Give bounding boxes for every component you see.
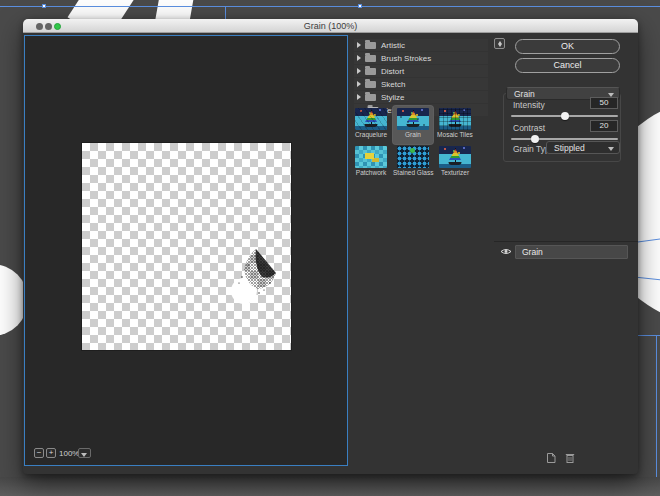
- intensity-slider[interactable]: [511, 112, 618, 120]
- chevron-down-icon: [608, 147, 614, 151]
- grain-type-dropdown[interactable]: Stippled: [546, 141, 620, 154]
- vector-path-line: [225, 6, 226, 19]
- transparency-checkerboard: [82, 143, 291, 350]
- contrast-label: Contrast: [513, 123, 545, 133]
- category-brush-strokes[interactable]: Brush Strokes: [354, 52, 488, 64]
- intensity-value[interactable]: 50: [590, 97, 618, 109]
- ok-button[interactable]: OK: [515, 39, 620, 54]
- filter-thumb-stained-glass[interactable]: Stained Glass: [393, 144, 433, 182]
- photoshop-canvas: Grain (100%): [0, 0, 660, 496]
- collapsed-caret-icon[interactable]: [357, 81, 361, 87]
- zoom-in-button[interactable]: +: [46, 448, 56, 458]
- collapsed-caret-icon[interactable]: [357, 68, 361, 74]
- delete-effect-layer-button[interactable]: [564, 452, 576, 464]
- contrast-value[interactable]: 20: [590, 120, 618, 132]
- filter-thumb-grain[interactable]: Grain: [393, 106, 433, 144]
- grain-thumbnail-image: [397, 108, 429, 130]
- collapsed-caret-icon[interactable]: [357, 94, 361, 100]
- intensity-slider-thumb[interactable]: [561, 112, 569, 120]
- effect-layer-row[interactable]: Grain: [515, 245, 628, 259]
- folder-icon: [365, 68, 376, 75]
- filter-thumb-patchwork[interactable]: Patchwork: [351, 144, 391, 182]
- path-anchor-point[interactable]: [358, 4, 362, 8]
- folder-icon: [365, 81, 376, 88]
- folder-icon: [365, 55, 376, 62]
- layer-visibility-eye-icon[interactable]: [500, 247, 512, 256]
- filter-gallery-dialog: Grain (100%): [23, 19, 638, 474]
- texturizer-thumbnail-image: [439, 146, 471, 168]
- collapsed-caret-icon[interactable]: [357, 42, 361, 48]
- filter-thumb-mosaic-tiles[interactable]: Mosaic Tiles: [435, 106, 475, 144]
- canvas-bottom-area: [0, 477, 660, 496]
- vector-path-line: [656, 335, 657, 477]
- path-anchor-point[interactable]: [42, 4, 46, 8]
- vector-path-line: [0, 6, 660, 7]
- filter-thumb-craquelure[interactable]: Craquelure: [351, 106, 391, 144]
- cancel-button[interactable]: Cancel: [515, 58, 620, 73]
- category-distort[interactable]: Distort: [354, 65, 488, 77]
- filter-preview-panel[interactable]: − + 100%: [24, 35, 348, 466]
- dialog-titlebar[interactable]: Grain (100%): [23, 19, 638, 33]
- new-effect-layer-button[interactable]: [545, 452, 557, 464]
- collapsed-caret-icon[interactable]: [357, 55, 361, 61]
- zoom-level-value: 100%: [59, 449, 79, 458]
- preview-zoom-controls: − + 100%: [25, 443, 347, 465]
- intensity-label: Intensity: [513, 100, 545, 110]
- folder-icon: [365, 42, 376, 49]
- patchwork-thumbnail-image: [355, 146, 387, 168]
- craquelure-thumbnail-image: [355, 108, 387, 130]
- stained-glass-thumbnail-image: [397, 146, 429, 168]
- contrast-slider-thumb[interactable]: [531, 135, 539, 143]
- category-stylize[interactable]: Stylize: [354, 91, 488, 103]
- layers-panel-divider: [494, 241, 638, 242]
- slider-track: [511, 138, 618, 140]
- zoom-level-dropdown[interactable]: [78, 448, 91, 458]
- mosaic-tiles-thumbnail-image: [439, 108, 471, 130]
- chevron-down-icon: [498, 44, 502, 47]
- category-artistic[interactable]: Artistic: [354, 39, 488, 51]
- category-sketch[interactable]: Sketch: [354, 78, 488, 90]
- folder-icon: [365, 94, 376, 101]
- filter-thumb-texturizer[interactable]: Texturizer: [435, 144, 475, 182]
- dialog-title: Grain (100%): [23, 20, 638, 32]
- zoom-out-button[interactable]: −: [34, 448, 44, 458]
- toggle-filter-list-button[interactable]: [494, 38, 505, 49]
- grain-brush-stroke: [212, 243, 292, 323]
